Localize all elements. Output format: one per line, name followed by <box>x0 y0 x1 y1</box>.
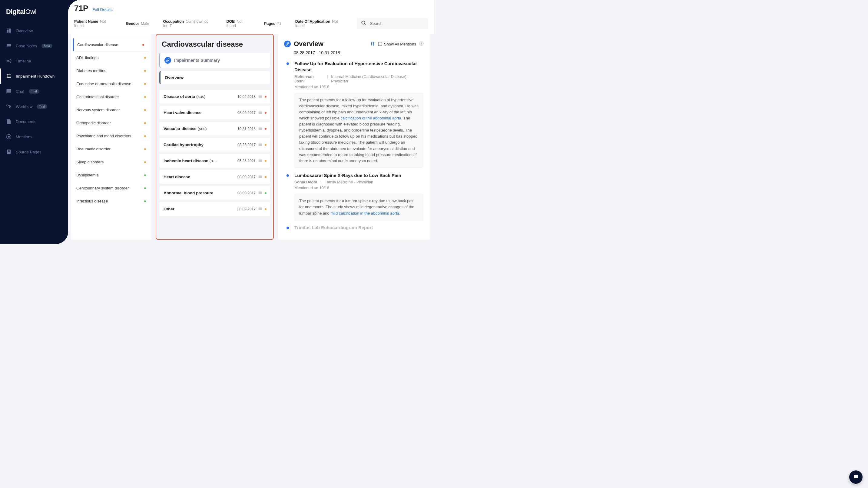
event-author: Sonia Deora <box>294 180 317 184</box>
brand-logo: DigitalOwl <box>0 4 68 23</box>
nav-item-overview[interactable]: Overview <box>0 23 68 38</box>
panel-title: Cardiovascular disease <box>159 37 270 53</box>
category-item[interactable]: Gastrointestinal disorder <box>71 90 151 103</box>
event-dot <box>286 227 289 229</box>
svg-point-3 <box>7 61 7 61</box>
nav-label: Chat <box>16 89 25 94</box>
full-details-link[interactable]: Full Details <box>92 7 113 12</box>
nav-item-source-pages[interactable]: Source Pages <box>0 144 68 160</box>
nav-icon <box>6 43 11 49</box>
entity-item[interactable]: Cardiac hypertrophy08.28.2017 <box>159 138 270 151</box>
event-link[interactable]: calcification of the abdominal aorta <box>341 116 401 120</box>
category-item[interactable]: Rheumatic disorder <box>71 142 151 155</box>
category-name: Infectious disease <box>76 199 108 203</box>
svg-rect-22 <box>8 151 10 152</box>
info-icon[interactable] <box>419 41 424 47</box>
category-name: Rheumatic disorder <box>76 147 111 151</box>
nav-badge: Trial <box>37 104 47 109</box>
category-item[interactable]: ADL findings <box>71 51 151 64</box>
nav-badge: Beta <box>41 44 53 48</box>
category-item[interactable]: Nervous system disorder <box>71 103 151 116</box>
nav-item-documents[interactable]: Documents <box>0 114 68 129</box>
sidebar: DigitalOwl OverviewCase NotesBetaTimelin… <box>0 0 68 244</box>
meta-item: GenderMale <box>126 22 149 26</box>
meta-label: Patient Name <box>74 20 98 24</box>
nav-item-case-notes[interactable]: Case NotesBeta <box>0 38 68 53</box>
svg-rect-9 <box>7 76 7 77</box>
nav-item-impairment-rundown[interactable]: Impairment Rundown <box>0 68 68 84</box>
event-dot <box>286 62 289 65</box>
nav-item-timeline[interactable]: Timeline <box>0 53 68 68</box>
status-dot <box>265 192 267 194</box>
category-item[interactable]: Diabetes mellitus <box>71 64 151 77</box>
nav-item-mentions[interactable]: Mentions <box>0 129 68 144</box>
status-dot <box>265 160 267 162</box>
timeline-events: Follow Up for Evaluation of Hypertensive… <box>284 61 424 230</box>
category-item[interactable]: Sleep disorders <box>71 155 151 169</box>
status-dot <box>144 161 146 163</box>
category-item[interactable]: Dyslipidemia <box>71 169 151 181</box>
nav-badge: Trial <box>29 89 39 94</box>
event-body: Follow Up for Evaluation of Hypertensive… <box>294 61 424 168</box>
checkbox-icon <box>378 42 382 46</box>
meta-label: Gender <box>126 22 139 26</box>
entity-name: Other <box>163 207 235 211</box>
entity-date: 05.26.2021 <box>238 159 256 163</box>
detail-title: Overview <box>294 40 323 48</box>
entity-item[interactable]: Disease of aorta (sus)10.04.2018 <box>159 90 270 103</box>
meta-value: Male <box>141 22 149 26</box>
status-dot <box>142 44 144 46</box>
svg-rect-30 <box>259 111 262 112</box>
category-name: ADL findings <box>76 55 98 60</box>
show-all-label: Show All Mentions <box>384 42 416 47</box>
svg-point-4 <box>10 59 11 60</box>
category-item[interactable]: Endocrine or metabolic disease <box>71 77 151 90</box>
main-area: 71P Full Details Patient NameNot foundGe… <box>68 0 434 244</box>
entity-date: 10.31.2018 <box>238 127 256 131</box>
nav-label: Overview <box>16 28 33 33</box>
show-all-mentions-toggle[interactable]: Show All Mentions <box>378 42 416 47</box>
entity-item[interactable]: Heart disease08.09.2017 <box>159 170 270 184</box>
svg-rect-21 <box>8 151 10 151</box>
category-name: Genitourinary system disorder <box>76 186 129 190</box>
entity-item[interactable]: Ischemic heart disease (s…05.26.2021 <box>159 154 270 168</box>
category-item[interactable]: Orthopedic disorder <box>71 116 151 130</box>
calendar-icon <box>258 158 262 163</box>
entity-item[interactable]: Abnormal blood pressure08.09.2017 <box>159 186 270 200</box>
event-link[interactable]: mild calcification in the abdominal aort… <box>331 211 400 216</box>
sort-icon[interactable] <box>370 41 375 47</box>
meta-item: DOBNot found <box>226 20 250 28</box>
status-dot <box>265 96 267 97</box>
nav-item-workflow[interactable]: WorkflowTrial <box>0 99 68 114</box>
search-input[interactable] <box>370 21 424 26</box>
nav-label: Mentions <box>16 135 32 139</box>
status-dot <box>265 112 267 114</box>
category-name: Cardiovascular disease <box>77 42 118 47</box>
category-name: Nervous system disorder <box>76 108 120 112</box>
meta-item: Date Of ApplicationNot found <box>295 20 343 28</box>
status-dot <box>144 57 146 59</box>
detail-controls: Show All Mentions <box>370 41 424 47</box>
overview-card[interactable]: Overview <box>159 71 270 84</box>
entity-item[interactable]: Vascular disease (sus)10.31.2018 <box>159 122 270 136</box>
status-dot <box>144 148 146 150</box>
search-icon <box>361 20 367 27</box>
category-item[interactable]: Infectious disease <box>71 195 151 208</box>
entity-item[interactable]: Heart valve disease08.09.2017 <box>159 106 270 119</box>
svg-point-15 <box>8 91 9 91</box>
category-item[interactable]: Cardiovascular disease <box>73 38 150 51</box>
category-item[interactable]: Psychiatric and mood disorders <box>71 130 151 142</box>
search-box[interactable] <box>357 18 428 29</box>
event-author: Meherwan Joshi <box>294 74 324 83</box>
entity-date: 08.28.2017 <box>238 143 256 147</box>
entity-item[interactable]: Other08.09.2017 <box>159 202 270 216</box>
category-name: Gastrointestinal disorder <box>76 94 119 99</box>
category-name: Orthopedic disorder <box>76 121 111 125</box>
impairments-summary-card[interactable]: Impairments Summary <box>159 53 270 68</box>
status-dot <box>144 200 146 202</box>
category-item[interactable]: Genitourinary system disorder <box>71 181 151 195</box>
detail-panel: Overview Show All Mentions <box>278 34 430 240</box>
nav-item-chat[interactable]: ChatTrial <box>0 84 68 99</box>
entity-date: 08.09.2017 <box>238 207 256 211</box>
entity-name: Abnormal blood pressure <box>163 191 235 195</box>
